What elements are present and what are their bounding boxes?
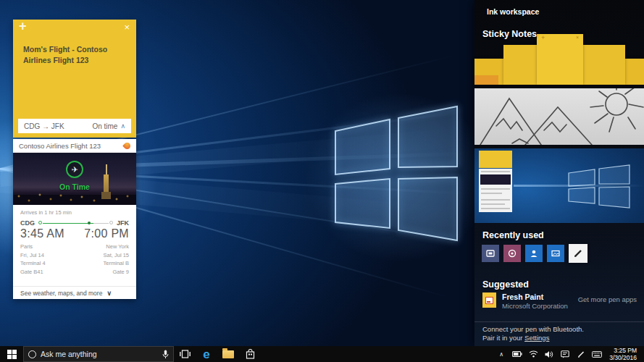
- media-app-tile[interactable]: [503, 245, 521, 262]
- destination-code: JFK: [117, 219, 129, 227]
- chevron-down-icon: ∨: [106, 290, 112, 297]
- people-app-tile[interactable]: [525, 245, 543, 262]
- flight-status-ontime: On Time: [13, 182, 136, 191]
- pen-app-tile[interactable]: [569, 244, 587, 263]
- origin-terminal: Terminal 4: [20, 259, 46, 268]
- plane-icon: ✈: [71, 166, 78, 174]
- settings-link[interactable]: Settings: [524, 334, 549, 342]
- destination-date: Sat, Jul 15: [104, 251, 129, 260]
- chevron-up-icon: ∧: [120, 122, 125, 130]
- windows-desktop-screen: + × Mom's Flight - Contoso Airlines Flig…: [0, 0, 644, 362]
- panel-divider: [474, 321, 644, 322]
- get-more-pen-apps-link[interactable]: Get more pen apps: [578, 295, 637, 303]
- pen-tip-line1: Connect your pen with Bluetooth.: [482, 325, 584, 334]
- system-tray: ∧ 3:25 PM 3/30/2016: [495, 346, 644, 362]
- ink-workspace-panel: Ink workspace Sticky Notes + ×: [474, 0, 644, 346]
- sticky-note-add-icon[interactable]: +: [19, 19, 27, 34]
- recently-used-label: Recently used: [482, 230, 544, 240]
- suggested-app-row: Fresh Paint Microsoft Corporation Get mo…: [482, 292, 637, 310]
- chevron-up-icon: ∧: [499, 351, 503, 358]
- pen-pairing-tip: Connect your pen with Bluetooth. Pair it…: [482, 325, 584, 342]
- edge-icon: e: [203, 348, 209, 361]
- mini-sticky-note: [624, 59, 644, 85]
- store-button[interactable]: [239, 346, 261, 362]
- sketchpad-doodle: [474, 88, 644, 145]
- sticky-note-close-icon[interactable]: ×: [124, 22, 130, 33]
- cortana-icon: [28, 350, 36, 358]
- airline-logo-icon: [122, 141, 132, 151]
- flight-info-card: Contoso Airlines Flight 123 ✈ On Time Ar…: [13, 139, 136, 299]
- pen-tip-line2: Pair it in your Settings: [482, 334, 584, 342]
- mini-sticky-note: + ×: [537, 34, 583, 85]
- search-input[interactable]: [41, 350, 158, 358]
- action-center-icon[interactable]: [559, 346, 572, 362]
- flight-details: Arrives in 1 hr 15 min CDG JFK 3:45 AM 7…: [13, 205, 136, 277]
- flight-status-label: On time: [92, 122, 117, 130]
- arrival-eta-label: Arrives in 1 hr 15 min: [20, 209, 129, 216]
- edge-browser-button[interactable]: e: [196, 346, 217, 362]
- wifi-icon[interactable]: [527, 346, 540, 362]
- destination-terminal: Terminal B: [104, 259, 129, 268]
- sticky-note: + × Mom's Flight - Contoso Airlines Flig…: [13, 20, 136, 138]
- clock-time: 3:25 PM: [609, 347, 637, 354]
- mini-sticky-note: [582, 45, 625, 85]
- flight-times-row: 3:45 AM 7:00 PM: [20, 227, 129, 240]
- destination-details: New York Sat, Jul 15 Terminal B Gate 9: [104, 243, 129, 277]
- volume-icon[interactable]: [543, 346, 556, 362]
- origin-city: Paris: [20, 243, 46, 251]
- windows-ink-pen-icon[interactable]: [574, 346, 587, 362]
- folder-icon: [222, 350, 234, 358]
- see-weather-label: See weather, maps, and more: [20, 290, 102, 297]
- photos-app-tile[interactable]: [547, 245, 564, 262]
- city-lights: [13, 189, 136, 205]
- suggested-app-info[interactable]: Fresh Paint Microsoft Corporation: [502, 292, 568, 310]
- origin-gate: Gate B41: [20, 268, 46, 277]
- origin-date: Fri, Jul 14: [20, 251, 46, 260]
- screen-sketch-preview[interactable]: Screen sketch: [474, 148, 644, 223]
- mini-add-icon: +: [541, 34, 545, 41]
- mini-close-icon: ×: [576, 35, 579, 40]
- task-view-button[interactable]: [174, 346, 196, 362]
- ink-workspace-title: Ink workspace: [487, 7, 539, 16]
- flight-progress-row: CDG JFK: [20, 219, 129, 227]
- fresh-paint-icon[interactable]: [482, 292, 496, 308]
- messaging-app-tile[interactable]: [482, 245, 499, 262]
- flight-progress-track: [38, 220, 113, 227]
- departure-time: 3:45 AM: [20, 227, 64, 240]
- touch-keyboard-icon[interactable]: [590, 346, 603, 362]
- flight-status-circle: ✈: [66, 161, 83, 178]
- flight-route-label: CDG → JFK: [24, 122, 64, 130]
- suggested-label: Suggested: [482, 279, 529, 290]
- battery-icon[interactable]: [511, 346, 524, 362]
- destination-gate: Gate 9: [104, 268, 129, 277]
- plane-position-dot: [88, 222, 91, 224]
- mini-windows-logo: [564, 161, 634, 212]
- mini-sticky-note-orange: [474, 75, 498, 85]
- suggested-app-name: Fresh Paint: [502, 292, 568, 301]
- microphone-icon[interactable]: [162, 350, 169, 359]
- flight-card-header: Contoso Airlines Flight 123: [13, 139, 136, 153]
- windows-logo-icon: [7, 350, 17, 359]
- sticky-note-text[interactable]: Mom's Flight - Contoso Airlines Flight 1…: [23, 44, 126, 65]
- recently-used-tiles: [482, 245, 587, 263]
- flight-card-photo: ✈ On Time: [13, 153, 136, 205]
- file-explorer-button[interactable]: [217, 346, 239, 362]
- clock-date: 3/30/2016: [609, 354, 637, 361]
- flight-info-columns: Paris Fri, Jul 14 Terminal 4 Gate B41 Ne…: [20, 243, 129, 277]
- see-weather-link[interactable]: See weather, maps, and more ∨: [13, 286, 136, 299]
- sketchpad-preview[interactable]: Sketchpad: [474, 88, 644, 145]
- mini-desktop-flight-card: [479, 169, 512, 212]
- taskbar-clock[interactable]: 3:25 PM 3/30/2016: [606, 347, 641, 361]
- start-button[interactable]: [0, 346, 23, 362]
- mini-desktop-sticky-note: [479, 151, 512, 168]
- windows-logo-wallpaper: [321, 96, 473, 252]
- origin-code: CDG: [20, 219, 35, 227]
- origin-details: Paris Fri, Jul 14 Terminal 4 Gate B41: [20, 243, 46, 277]
- sticky-notes-preview[interactable]: + ×: [474, 34, 644, 85]
- arrival-time: 7:00 PM: [84, 227, 129, 240]
- sticky-note-flight-bar[interactable]: CDG → JFK On time ∧: [18, 119, 131, 133]
- show-hidden-icons-button[interactable]: ∧: [495, 346, 508, 362]
- cortana-search-box[interactable]: [23, 346, 174, 362]
- store-bag-icon: [246, 349, 255, 359]
- suggested-app-publisher: Microsoft Corporation: [502, 302, 568, 310]
